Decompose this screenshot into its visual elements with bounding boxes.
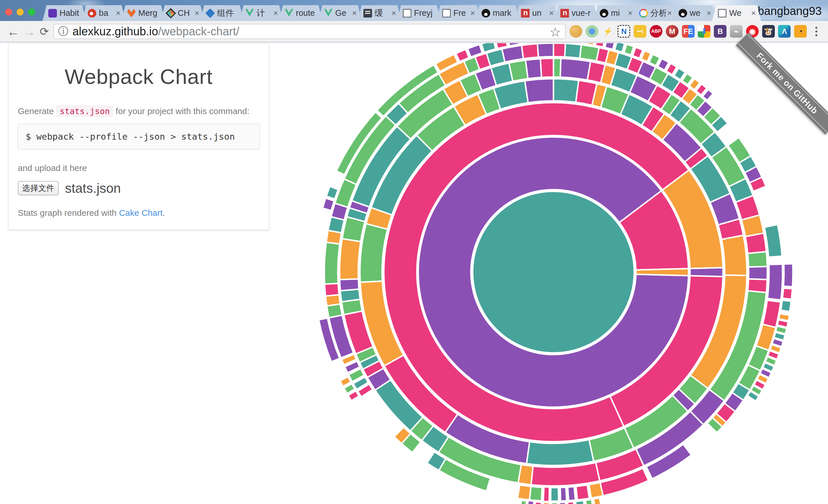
tab-ba[interactable]: ba× [82,5,126,21]
tab-close-icon[interactable]: × [667,9,672,18]
page-info-icon[interactable]: ⓘ [58,25,69,39]
chart-segment[interactable] [763,363,773,371]
chart-segment[interactable] [522,44,538,59]
tab-mark[interactable]: mark [476,5,520,21]
tab-close-icon[interactable]: × [195,9,199,18]
browser-menu-icon[interactable] [815,27,818,38]
chart-segment[interactable] [527,440,594,465]
tab-vue-r[interactable]: vue-r [554,5,598,21]
minimize-window-button[interactable] [17,9,24,15]
tab-组件[interactable]: 组件 [200,5,244,21]
chart-segment[interactable] [766,358,776,365]
chart-segment[interactable] [784,264,793,287]
tab-un[interactable]: un× [515,5,559,21]
chart-segment[interactable] [525,79,554,103]
chart-segment[interactable] [690,268,723,277]
chart-segment[interactable] [528,501,533,504]
bootstrap-extension-icon[interactable]: B [714,25,727,38]
chart-segment[interactable] [587,43,595,45]
reload-button[interactable]: ⟳ [37,21,52,42]
yellow-dots-extension-icon[interactable]: •••| [634,25,646,38]
chart-segment[interactable] [745,233,767,254]
chart-segment[interactable] [775,333,784,340]
chart-segment[interactable] [773,339,783,346]
back-button[interactable]: ← [6,21,21,42]
chart-segment[interactable] [624,44,634,55]
tab-We[interactable]: We× [712,5,761,21]
chart-segment[interactable] [324,242,339,284]
chart-segment[interactable] [323,198,334,211]
chart-segment[interactable] [553,79,579,102]
chart-segment[interactable] [509,60,528,81]
lightning-extension-icon[interactable]: ⚡ [602,25,614,38]
chart-segment[interactable] [560,502,566,504]
tab-close-icon[interactable]: × [391,9,396,18]
chart-segment[interactable] [595,43,605,47]
chart-segment[interactable] [531,463,600,486]
chart-segment[interactable] [593,498,601,504]
tab-close-icon[interactable]: × [352,9,357,18]
tab-close-icon[interactable]: × [707,9,711,18]
tab-缓[interactable]: 缓× [358,5,401,21]
tab-Ge[interactable]: Ge× [318,5,362,21]
chart-segment[interactable] [565,43,581,58]
chart-segment[interactable] [576,485,589,500]
choose-file-button[interactable]: 选择文件 [18,181,59,195]
chart-segment[interactable] [749,267,767,280]
chart-segment[interactable] [781,300,791,312]
lambda-extension-icon[interactable]: Λ [778,25,791,38]
chart-segment[interactable] [761,369,771,377]
chart-segment[interactable] [633,47,643,58]
tab-CH[interactable]: CH× [161,5,204,21]
tab-计[interactable]: 计× [240,5,283,21]
tab-close-icon[interactable]: × [628,9,632,18]
zoom-window-button[interactable] [28,9,35,15]
chart-segment[interactable] [535,502,541,504]
download-extension-icon[interactable]: ⬇ [698,25,710,38]
tab-Habit[interactable]: Habit [43,5,86,21]
chart-segment[interactable] [526,59,542,79]
chart-segment[interactable] [586,499,593,504]
chart-segment[interactable] [550,488,558,501]
tab-Fre[interactable]: Fre× [437,5,480,21]
forward-button[interactable]: → [22,21,37,42]
chart-segment[interactable] [568,502,574,504]
maroon-m-extension-icon[interactable]: M [666,25,678,38]
tab-close-icon[interactable]: × [549,9,554,18]
tab-we[interactable]: we× [673,5,716,21]
chart-segment[interactable] [589,483,603,498]
chart-segment[interactable] [543,502,549,504]
tab-close-icon[interactable]: × [274,9,278,18]
chart-segment[interactable] [778,320,788,327]
chart-segment[interactable] [553,43,566,57]
tab-分析[interactable]: 分析× [633,5,677,21]
chart-segment[interactable] [748,252,767,267]
green-circle-extension-icon[interactable] [586,25,598,38]
chart-segment[interactable] [325,283,339,296]
cookie-extension-icon[interactable] [570,25,582,38]
chart-segment[interactable] [502,45,524,62]
bookmark-star-icon[interactable]: ☆ [550,25,561,39]
chart-segment[interactable] [771,346,781,353]
chart-segment[interactable] [776,327,786,333]
tab-mi[interactable]: mi× [594,5,638,21]
close-window-button[interactable] [5,9,12,15]
chart-segment[interactable] [518,485,531,500]
chart-segment[interactable] [540,58,553,77]
chart-segment[interactable] [767,264,783,300]
tab-close-icon[interactable]: × [751,9,756,18]
tab-close-icon[interactable]: × [116,9,120,18]
chart-root-circle[interactable] [473,191,634,353]
chart-segment[interactable] [615,43,625,52]
rss-extension-icon[interactable]: ⌁ [730,25,743,38]
chart-segment[interactable] [721,235,747,276]
chart-segment[interactable] [783,288,792,299]
chart-segment[interactable] [339,239,361,280]
address-bar[interactable]: ⓘ alexkuz.github.io/webpack-chart/ ☆ [53,24,566,39]
chart-segment[interactable] [560,487,567,501]
swirl-extension-icon[interactable]: ◔ [794,25,807,38]
chart-segment[interactable] [769,352,779,359]
tab-Freyj[interactable]: Freyj [397,5,441,21]
fe-extension-icon[interactable]: FE [682,25,695,38]
tab-Merg[interactable]: Merg [121,5,165,21]
